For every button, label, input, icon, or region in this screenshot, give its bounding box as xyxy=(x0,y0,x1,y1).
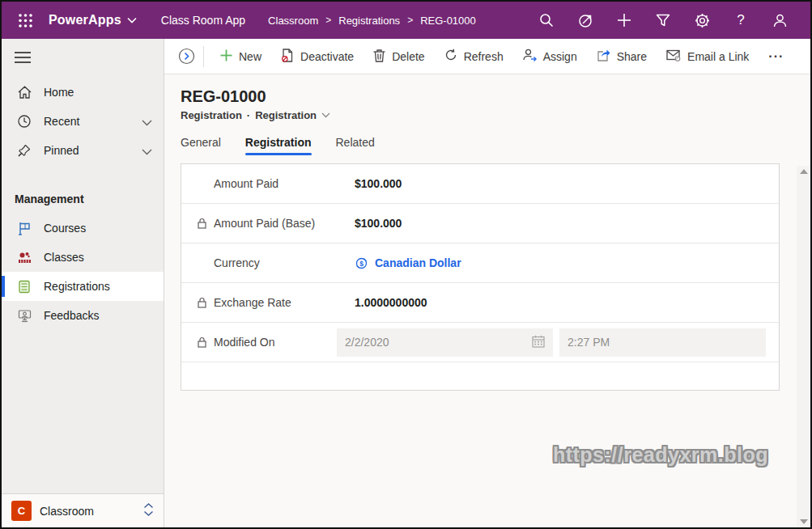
app-window: PowerApps Class Room App Classroom > Reg… xyxy=(0,0,812,529)
commandbar-overflow-button[interactable]: ··· xyxy=(759,49,793,64)
breadcrumb-item-current[interactable]: REG-01000 xyxy=(420,15,476,27)
lock-icon xyxy=(198,297,214,308)
new-button[interactable]: New xyxy=(210,42,271,71)
vertical-scrollbar[interactable] xyxy=(797,166,810,527)
app-switcher[interactable]: PowerApps xyxy=(49,13,137,28)
account-icon[interactable] xyxy=(760,2,799,39)
svg-text:$: $ xyxy=(359,259,363,267)
environment-badge: C xyxy=(11,501,32,521)
watermark: https://readyxrm.blog xyxy=(553,443,768,467)
new-plus-icon xyxy=(220,49,232,64)
modified-on-date-input: 2/2/2020 xyxy=(337,328,553,357)
field-label: Currency xyxy=(214,256,260,269)
breadcrumb-item[interactable]: Classroom xyxy=(268,15,318,27)
deactivate-icon xyxy=(281,49,294,65)
sidebar-item-feedbacks[interactable]: Feedbacks xyxy=(2,301,164,330)
breadcrumb-item[interactable]: Registrations xyxy=(338,15,400,27)
sidebar-item-label: Feedbacks xyxy=(44,309,99,322)
scrollbar-down-arrow[interactable] xyxy=(800,519,808,524)
currency-lookup-link[interactable]: $ Canadian Dollar xyxy=(355,256,461,270)
top-navigation-bar: PowerApps Class Room App Classroom > Reg… xyxy=(2,2,810,39)
environment-name: Class Room App xyxy=(161,14,245,27)
email-link-button[interactable]: Email a Link xyxy=(657,42,759,71)
email-link-icon xyxy=(666,49,681,64)
tab-related[interactable]: Related xyxy=(336,136,375,155)
record-header: REG-01000 Registration · Registration xyxy=(164,74,810,121)
field-row-modified-on: Modified On 2/2/2020 2:27 PM xyxy=(181,323,779,362)
deactivate-button[interactable]: Deactivate xyxy=(271,42,363,71)
breadcrumb: Classroom > Registrations > REG-01000 xyxy=(268,15,476,27)
sidebar-section-header: Management xyxy=(2,165,164,214)
sidebar-item-label: Courses xyxy=(44,222,86,235)
sidebar-item-label: Recent xyxy=(44,115,79,128)
field-value: 1.0000000000 xyxy=(355,296,427,309)
refresh-icon xyxy=(444,49,457,64)
feedbacks-icon xyxy=(16,309,32,323)
environment-label: Classroom xyxy=(40,505,143,518)
calendar-icon xyxy=(532,335,545,350)
waffle-icon[interactable] xyxy=(11,6,39,34)
collapse-commandbar-icon[interactable] xyxy=(172,43,200,70)
field-value: $100.000 xyxy=(355,177,402,190)
home-icon xyxy=(16,86,32,99)
sidebar-item-registrations[interactable]: Registrations xyxy=(2,272,164,301)
refresh-button[interactable]: Refresh xyxy=(435,42,513,71)
field-label: Exchange Rate xyxy=(214,296,291,309)
help-icon[interactable]: ? xyxy=(721,2,760,39)
trash-icon xyxy=(373,49,385,65)
sidebar-item-label: Pinned xyxy=(44,144,79,157)
breadcrumb-separator: > xyxy=(325,15,331,26)
scrollbar-up-arrow[interactable] xyxy=(800,169,808,174)
sidebar-item-home[interactable]: Home xyxy=(2,78,164,107)
compass-icon[interactable] xyxy=(566,2,605,39)
form-content-area: REG-01000 Registration · Registration Ge… xyxy=(164,74,810,527)
sidebar-item-pinned[interactable]: Pinned xyxy=(2,136,164,165)
sidebar-item-label: Home xyxy=(44,86,74,99)
plus-icon[interactable] xyxy=(605,2,644,39)
tab-general[interactable]: General xyxy=(181,136,221,155)
app-name: PowerApps xyxy=(49,13,121,28)
waffle-icon xyxy=(18,13,33,28)
delete-button[interactable]: Delete xyxy=(363,42,434,71)
sitemap-sidebar: Home Recent Pinned xyxy=(2,39,164,527)
filter-icon[interactable] xyxy=(644,2,682,39)
command-bar: New Deactivate Delete xyxy=(164,39,810,74)
sidebar-item-courses[interactable]: Courses xyxy=(2,214,164,243)
field-row-amount-paid: Amount Paid $100.000 xyxy=(181,164,779,204)
share-icon xyxy=(597,49,610,64)
search-icon[interactable] xyxy=(527,2,566,39)
settings-icon[interactable] xyxy=(682,2,721,39)
amount-paid-field[interactable]: $100.000 xyxy=(337,177,779,190)
sidebar-item-label: Registrations xyxy=(44,280,110,293)
field-label: Amount Paid xyxy=(214,177,278,190)
lock-icon xyxy=(198,336,214,348)
field-label: Amount Paid (Base) xyxy=(214,217,315,230)
sidebar-item-recent[interactable]: Recent xyxy=(2,107,164,136)
hamburger-menu-icon[interactable] xyxy=(2,39,42,71)
amount-paid-base-field: $100.000 xyxy=(337,217,779,230)
chevron-down-icon[interactable] xyxy=(142,145,152,158)
field-row-currency: Currency $ Canadian Dollar xyxy=(181,243,779,283)
currency-value: Canadian Dollar xyxy=(375,256,461,269)
clock-icon xyxy=(16,115,32,128)
assign-icon xyxy=(523,49,537,64)
exchange-rate-field: 1.0000000000 xyxy=(337,296,779,309)
pin-icon xyxy=(16,144,32,157)
environment-switcher[interactable]: C Classroom xyxy=(2,493,164,527)
classes-icon xyxy=(16,251,32,264)
registrations-icon xyxy=(16,280,32,294)
chevron-down-icon[interactable] xyxy=(321,112,330,118)
assign-button[interactable]: Assign xyxy=(513,42,587,71)
field-label: Modified On xyxy=(214,336,274,349)
form-selector[interactable]: Registration xyxy=(255,109,317,121)
card-empty-space xyxy=(181,362,779,390)
share-button[interactable]: Share xyxy=(587,42,657,71)
field-row-exchange-rate: Exchange Rate 1.0000000000 xyxy=(181,283,779,323)
tab-registration[interactable]: Registration xyxy=(245,136,312,155)
topbar-actions: ? xyxy=(527,2,799,39)
record-subtitle: Registration · Registration xyxy=(181,109,810,121)
sidebar-item-classes[interactable]: Classes xyxy=(2,243,164,272)
form-tabs: General Registration Related xyxy=(164,136,810,155)
chevron-down-icon[interactable] xyxy=(142,116,152,129)
modified-on-time-input: 2:27 PM xyxy=(559,328,766,357)
